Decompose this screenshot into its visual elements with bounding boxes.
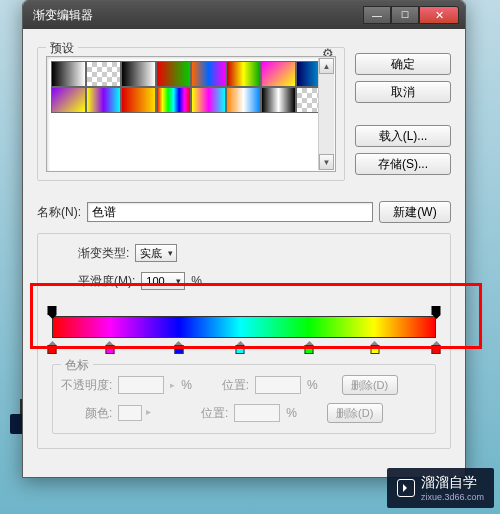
color-stop[interactable] [174, 337, 183, 354]
color-stop[interactable] [370, 337, 379, 354]
preset-swatch[interactable] [156, 61, 191, 87]
ok-button[interactable]: 确定 [355, 53, 451, 75]
save-button[interactable]: 存储(S)... [355, 153, 451, 175]
new-button[interactable]: 新建(W) [379, 201, 451, 223]
delete-opacity-button: 删除(D) [342, 375, 398, 395]
color-stop[interactable] [432, 337, 441, 354]
position-label-1: 位置: [222, 377, 249, 394]
presets-scrollbar[interactable]: ▲ ▼ [318, 58, 334, 170]
preset-swatch[interactable] [86, 61, 121, 87]
preset-swatch[interactable] [121, 87, 156, 113]
smooth-label: 平滑度(M): [78, 273, 135, 290]
color-swatch [118, 405, 142, 421]
preset-swatch[interactable] [226, 61, 261, 87]
stops-title: 色标 [61, 357, 93, 374]
name-label: 名称(N): [37, 204, 81, 221]
color-stop[interactable] [48, 337, 57, 354]
type-label: 渐变类型: [78, 245, 129, 262]
play-icon [397, 479, 415, 497]
smooth-unit: % [191, 274, 202, 288]
cancel-button[interactable]: 取消 [355, 81, 451, 103]
maximize-button[interactable] [391, 6, 419, 24]
color-position-input [234, 404, 280, 422]
preset-swatch[interactable] [191, 87, 226, 113]
opacity-position-input [255, 376, 301, 394]
preset-swatch[interactable] [51, 87, 86, 113]
preset-swatch[interactable] [51, 61, 86, 87]
opacity-label: 不透明度: [61, 377, 112, 394]
type-dropdown[interactable]: 实底 [135, 244, 177, 262]
preset-swatch[interactable] [191, 61, 226, 87]
color-stop[interactable] [236, 337, 245, 354]
gradient-editor-bar [52, 306, 436, 354]
color-stop[interactable] [305, 337, 314, 354]
load-button[interactable]: 载入(L)... [355, 125, 451, 147]
presets-label: 预设 [46, 40, 78, 57]
preset-swatch[interactable] [86, 87, 121, 113]
minimize-button[interactable] [363, 6, 391, 24]
gradient-bar[interactable] [52, 316, 436, 338]
preset-swatch[interactable] [261, 87, 296, 113]
titlebar[interactable]: 渐变编辑器 [23, 1, 465, 29]
smooth-input[interactable]: 100 [141, 272, 185, 290]
color-label: 颜色: [61, 405, 112, 422]
scroll-down-icon[interactable]: ▼ [319, 154, 334, 170]
close-button[interactable] [419, 6, 459, 24]
watermark: 溜溜自学 zixue.3d66.com [387, 468, 494, 508]
opacity-stop[interactable] [432, 306, 441, 315]
delete-color-button: 删除(D) [327, 403, 383, 423]
opacity-input [118, 376, 164, 394]
position-label-2: 位置: [201, 405, 228, 422]
preset-swatch[interactable] [156, 87, 191, 113]
color-stop[interactable] [105, 337, 114, 354]
name-input[interactable] [87, 202, 373, 222]
presets-group: 预设 ⚙ ▲ ▼ [37, 47, 345, 181]
preset-swatch[interactable] [226, 87, 261, 113]
gradient-editor-window: 渐变编辑器 预设 ⚙ ▲ ▼ 确定 取消 [22, 0, 466, 478]
opacity-stop[interactable] [48, 306, 57, 315]
stops-group: 色标 不透明度: ▸ % 位置: % 删除(D) 颜色: 位置: % [52, 364, 436, 434]
preset-swatch[interactable] [261, 61, 296, 87]
window-title: 渐变编辑器 [29, 7, 363, 24]
preset-swatch[interactable] [121, 61, 156, 87]
scroll-up-icon[interactable]: ▲ [319, 58, 334, 74]
presets-box: ▲ ▼ [46, 56, 336, 172]
